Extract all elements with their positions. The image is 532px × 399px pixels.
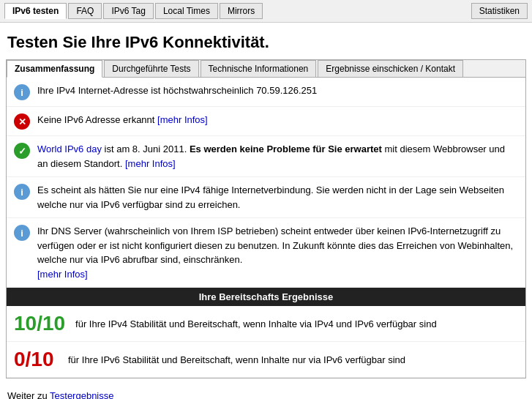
nav-tab-localtimes[interactable]: Local Times: [155, 3, 218, 19]
no-ipv6-row: ✕ Keine IPv6 Adresse erkannt [mehr Infos…: [7, 107, 525, 136]
page-title: Testen Sie Ihre IPv6 Konnektivität.: [7, 33, 525, 52]
dns-label: Ihr DNS Server (wahrscheinlich von Ihrem…: [37, 225, 513, 265]
nav-tab-mirrors[interactable]: Mirrors: [220, 3, 263, 19]
info-icon-3: i: [14, 225, 30, 241]
sub-tab-ergebnisse[interactable]: Ergebnisse einschicken / Kontakt: [318, 60, 463, 77]
footer-link-row: Weiter zu Testergebnisse: [7, 390, 525, 399]
world-ipv6-mehr-link[interactable]: [mehr Infos]: [125, 158, 176, 169]
results-header: Ihre Bereitschafts Ergebnisse: [7, 288, 525, 306]
no-ipv6-link[interactable]: [mehr Infos]: [157, 114, 208, 125]
world-ipv6-day-link[interactable]: World IPv6 day: [37, 143, 102, 154]
world-ipv6-text: World IPv6 day ist am 8. Juni 2011. Es w…: [37, 142, 518, 171]
dns-row: i Ihr DNS Server (wahrscheinlich von Ihr…: [7, 218, 525, 288]
info-icon-2: i: [14, 184, 30, 200]
no-ipv6-text: Keine IPv6 Adresse erkannt [mehr Infos]: [37, 113, 518, 127]
ipv4-only-row: i Es scheint als hätten Sie nur eine IPv…: [7, 177, 525, 218]
content-area: Zusammenfassung Durchgeführte Tests Tech…: [6, 59, 526, 379]
score-2-desc: für Ihre IPv6 Stabilität und Bereitschaf…: [68, 354, 405, 365]
ipv4-address-text: Ihre IPv4 Internet-Adresse ist höchstwah…: [37, 83, 518, 98]
no-ipv6-label: Keine IPv6 Adresse erkannt: [37, 114, 154, 125]
score-1-desc: für Ihre IPv4 Stabilität und Bereitschaf…: [75, 318, 437, 329]
sub-tab-zusammenfassung[interactable]: Zusammenfassung: [7, 60, 102, 78]
sub-tab-technische[interactable]: Technische Informationen: [201, 60, 317, 77]
score-row-1: 10/10 für Ihre IPv4 Stabilität und Berei…: [7, 306, 525, 342]
info-icon-1: i: [14, 84, 30, 100]
footer-testergebnisse-link[interactable]: Testergebnisse: [50, 390, 113, 399]
world-ipv6-bold: Es werden keine Probleme für Sie erwarte…: [190, 143, 382, 154]
nav-tab-faq[interactable]: FAQ: [68, 3, 102, 19]
score-2-num: 0/10: [14, 348, 58, 371]
sub-tabs: Zusammenfassung Durchgeführte Tests Tech…: [7, 60, 525, 78]
dns-mehr-link[interactable]: [mehr Infos]: [37, 269, 88, 280]
check-icon: ✓: [14, 143, 30, 159]
top-navigation: IPv6 testen FAQ IPv6 Tag Local Times Mir…: [0, 0, 532, 23]
sub-tab-durchgefuehrte[interactable]: Durchgeführte Tests: [104, 60, 198, 77]
statistiken-button[interactable]: Statistiken: [471, 3, 528, 19]
world-ipv6-middle: ist am 8. Juni 2011.: [105, 143, 190, 154]
footer-area: Weiter zu Testergebnisse (Serverseitige …: [0, 386, 532, 399]
nav-tab-ipv6tag[interactable]: IPv6 Tag: [103, 3, 153, 19]
nav-tab-ipv6testen[interactable]: IPv6 testen: [4, 3, 67, 19]
score-row-2: 0/10 für Ihre IPv6 Stabilität und Bereit…: [7, 342, 525, 378]
page-title-area: Testen Sie Ihre IPv6 Konnektivität.: [0, 23, 532, 59]
world-ipv6-row: ✓ World IPv6 day ist am 8. Juni 2011. Es…: [7, 136, 525, 177]
ipv4-address-row: i Ihre IPv4 Internet-Adresse ist höchstw…: [7, 78, 525, 107]
score-1-num: 10/10: [14, 312, 65, 335]
ipv4-only-text: Es scheint als hätten Sie nur eine IPv4 …: [37, 183, 518, 212]
footer-prefix: Weiter zu: [7, 390, 50, 399]
error-icon: ✕: [14, 113, 30, 130]
dns-text: Ihr DNS Server (wahrscheinlich von Ihrem…: [37, 224, 518, 281]
